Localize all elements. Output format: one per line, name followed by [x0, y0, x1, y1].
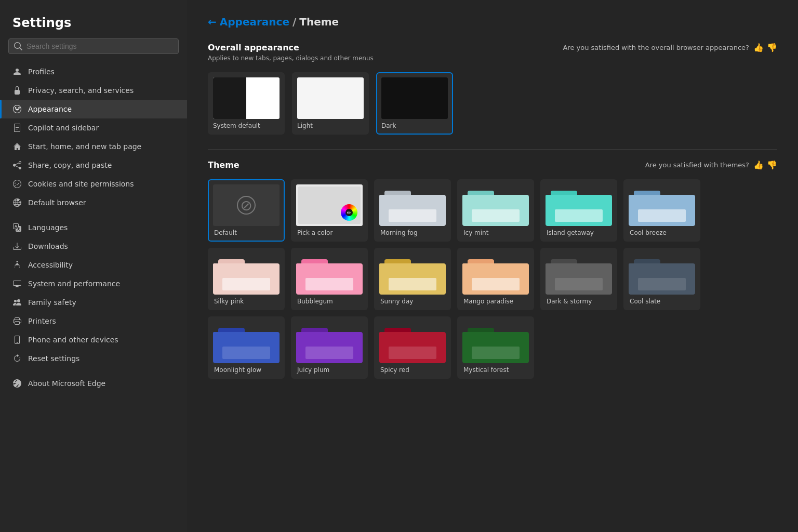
silky-pink-thumb — [213, 253, 280, 295]
sidebar-item-start-home-label: Start, home, and new tab page — [28, 142, 141, 151]
theme-cool-breeze[interactable]: Cool breeze — [623, 179, 700, 242]
sidebar-item-default-browser-label: Default browser — [28, 198, 86, 207]
theme-cool-breeze-label: Cool breeze — [629, 229, 695, 236]
sidebar-item-share-label: Share, copy, and paste — [28, 161, 112, 169]
theme-moonlight-glow-label: Moonlight glow — [213, 366, 280, 374]
theme-mango-paradise[interactable]: Mango paradise — [457, 248, 534, 310]
search-input[interactable] — [26, 42, 173, 50]
sidebar-item-family[interactable]: Family safety — [0, 293, 187, 312]
sidebar-item-share[interactable]: Share, copy, and paste — [0, 156, 187, 175]
island-getaway-thumb — [546, 184, 612, 226]
theme-morning-fog-label: Morning fog — [379, 229, 446, 236]
search-box[interactable] — [8, 38, 179, 54]
sidebar-item-appearance[interactable]: Appearance — [0, 100, 187, 118]
sidebar-item-system-label: System and performance — [28, 280, 120, 288]
theme-dark-stormy[interactable]: Dark & stormy — [540, 248, 617, 310]
downloads-icon — [12, 242, 22, 251]
bubblegum-thumb — [296, 253, 363, 295]
back-button[interactable]: ← — [208, 16, 217, 28]
theme-mango-paradise-label: Mango paradise — [462, 298, 529, 305]
sidebar-item-phone[interactable]: Phone and other devices — [0, 330, 187, 349]
sidebar-item-languages[interactable]: Languages — [0, 218, 187, 237]
overall-appearance-header: Overall appearance Applies to new tabs, … — [208, 43, 777, 70]
appearance-icon — [12, 104, 22, 114]
theme-bubblegum-label: Bubblegum — [296, 298, 363, 305]
theme-moonlight-glow[interactable]: Moonlight glow — [208, 316, 285, 379]
search-icon — [14, 42, 22, 50]
theme-mystical-forest[interactable]: Mystical forest — [457, 316, 534, 379]
overall-appearance-section: Overall appearance Applies to new tabs, … — [208, 43, 777, 135]
theme-sunny-day[interactable]: Sunny day — [374, 248, 451, 310]
browser-icon — [12, 198, 22, 207]
theme-bubblegum[interactable]: Bubblegum — [291, 248, 368, 310]
appearance-options: System default Light Dark — [208, 72, 777, 135]
breadcrumb-current: Theme — [299, 16, 339, 28]
theme-grid: ⊘ Default ✏ Pick a color — [208, 179, 777, 379]
privacy-icon — [12, 86, 22, 95]
sidebar-item-profiles[interactable]: Profiles — [0, 62, 187, 81]
sidebar-item-start-home[interactable]: Start, home, and new tab page — [0, 137, 187, 156]
theme-juicy-plum[interactable]: Juicy plum — [291, 316, 368, 379]
breadcrumb: ← Appearance / Theme — [208, 16, 777, 28]
sidebar-item-cookies[interactable]: Cookies and site permissions — [0, 175, 187, 193]
sidebar-item-printers[interactable]: Printers — [0, 312, 187, 330]
sidebar-item-phone-label: Phone and other devices — [28, 336, 118, 344]
theme-feedback-text: Are you satisfied with themes? — [645, 161, 749, 169]
sidebar-item-system[interactable]: System and performance — [0, 274, 187, 293]
app-title: Settings — [0, 10, 187, 38]
main-content: ← Appearance / Theme Overall appearance … — [187, 0, 798, 532]
breadcrumb-parent[interactable]: Appearance — [220, 16, 289, 28]
sidebar-item-copilot[interactable]: Copilot and sidebar — [0, 118, 187, 137]
overall-appearance-feedback: Are you satisfied with the overall brows… — [563, 43, 777, 52]
printers-icon — [12, 316, 22, 326]
share-icon — [12, 161, 22, 170]
theme-morning-fog[interactable]: Morning fog — [374, 179, 451, 242]
theme-feedback: Are you satisfied with themes? 👍 👎 — [645, 160, 777, 170]
sidebar-item-privacy[interactable]: Privacy, search, and services — [0, 81, 187, 100]
theme-island-getaway[interactable]: Island getaway — [540, 179, 617, 242]
sidebar-item-about[interactable]: About Microsoft Edge — [0, 374, 187, 393]
theme-icy-mint[interactable]: Icy mint — [457, 179, 534, 242]
theme-pick-color[interactable]: ✏ Pick a color — [291, 179, 368, 242]
theme-feedback-icons: 👍 👎 — [753, 160, 777, 170]
theme-island-getaway-label: Island getaway — [546, 229, 612, 236]
color-wheel: ✏ — [341, 204, 357, 221]
thumbs-down-icon[interactable]: 👎 — [767, 43, 777, 52]
default-thumb: ⊘ — [213, 184, 280, 226]
appearance-system-default[interactable]: System default — [208, 72, 285, 135]
sidebar-item-family-label: Family safety — [28, 298, 76, 307]
system-default-thumb — [213, 77, 280, 119]
sidebar-item-accessibility[interactable]: Accessibility — [0, 256, 187, 274]
moonlight-glow-thumb — [213, 322, 280, 363]
theme-cool-slate[interactable]: Cool slate — [623, 248, 700, 310]
thumbs-up-icon[interactable]: 👍 — [753, 43, 764, 52]
system-icon — [12, 279, 22, 288]
sidebar-item-default-browser[interactable]: Default browser — [0, 193, 187, 212]
light-label: Light — [297, 122, 364, 129]
feedback-icons: 👍 👎 — [753, 43, 777, 52]
cookies-icon — [12, 179, 22, 189]
sidebar-item-languages-label: Languages — [28, 223, 68, 232]
theme-icy-mint-label: Icy mint — [462, 229, 529, 236]
appearance-dark[interactable]: Dark — [376, 72, 453, 135]
theme-spicy-red[interactable]: Spicy red — [374, 316, 451, 379]
theme-cool-slate-label: Cool slate — [629, 298, 695, 305]
cool-slate-thumb — [629, 253, 695, 295]
nav-list: Profiles Privacy, search, and services A… — [0, 62, 187, 522]
theme-thumbs-down-icon[interactable]: 👎 — [767, 160, 777, 170]
theme-section-header: Theme Are you satisfied with themes? 👍 👎 — [208, 160, 777, 172]
theme-sunny-day-label: Sunny day — [379, 298, 446, 305]
sidebar-item-downloads[interactable]: Downloads — [0, 237, 187, 256]
home-icon — [12, 142, 22, 151]
profile-icon — [12, 67, 22, 76]
juicy-plum-thumb — [296, 322, 363, 363]
theme-thumbs-up-icon[interactable]: 👍 — [753, 160, 764, 170]
pick-color-thumb: ✏ — [296, 184, 363, 226]
theme-silky-pink-label: Silky pink — [213, 298, 280, 305]
theme-pick-color-label: Pick a color — [296, 229, 363, 236]
sidebar-item-downloads-label: Downloads — [28, 242, 68, 250]
appearance-light[interactable]: Light — [292, 72, 369, 135]
theme-default[interactable]: ⊘ Default — [208, 179, 285, 242]
sidebar-item-reset[interactable]: Reset settings — [0, 349, 187, 368]
theme-silky-pink[interactable]: Silky pink — [208, 248, 285, 310]
